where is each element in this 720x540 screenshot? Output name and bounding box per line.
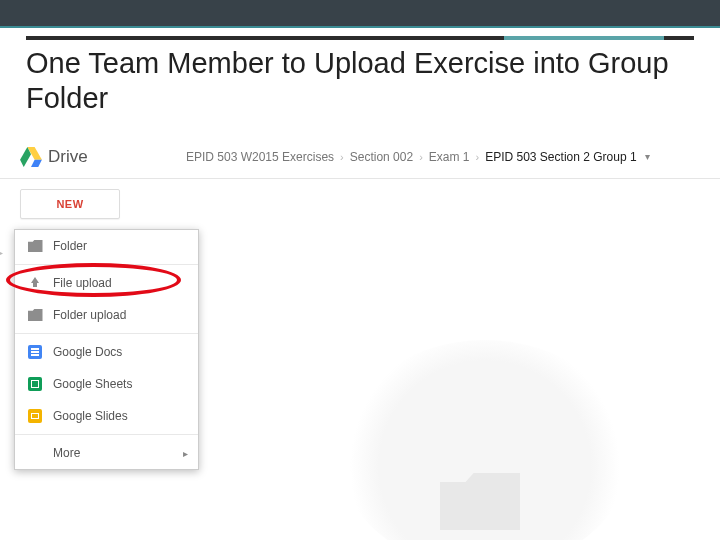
google-docs-icon [27, 344, 43, 360]
chevron-right-icon: › [340, 151, 344, 163]
drive-topbar: Drive EPID 503 W2015 Exercises › Section… [0, 135, 720, 179]
menu-item-file-upload[interactable]: File upload [15, 267, 198, 299]
file-upload-icon [27, 275, 43, 291]
menu-label: Folder upload [53, 308, 126, 322]
chevron-right-icon: › [476, 151, 480, 163]
svg-marker-1 [31, 159, 42, 166]
drive-sidebar: NEW ▸ Folder File upload Folder upload [0, 179, 178, 540]
google-sheets-icon [27, 376, 43, 392]
menu-label: Google Docs [53, 345, 122, 359]
menu-label: Folder [53, 239, 87, 253]
google-drive-screenshot: Drive EPID 503 W2015 Exercises › Section… [0, 135, 720, 540]
drive-logo[interactable]: Drive [0, 147, 178, 167]
empty-folder-illustration [340, 340, 630, 540]
breadcrumb-current[interactable]: EPID 503 Section 2 Group 1 [485, 150, 636, 164]
menu-label: Google Slides [53, 409, 128, 423]
chevron-right-icon: › [419, 151, 423, 163]
menu-separator [15, 434, 198, 435]
folder-plus-icon [27, 238, 43, 254]
chevron-right-icon: ▸ [183, 448, 188, 459]
new-menu-dropdown: Folder File upload Folder upload Google … [14, 229, 199, 470]
menu-label: File upload [53, 276, 112, 290]
menu-label: Google Sheets [53, 377, 132, 391]
menu-item-folder-upload[interactable]: Folder upload [15, 299, 198, 331]
breadcrumb-root[interactable]: EPID 503 W2015 Exercises [186, 150, 334, 164]
menu-item-google-slides[interactable]: Google Slides [15, 400, 198, 432]
blank-icon [27, 445, 43, 461]
breadcrumb-level1[interactable]: Section 002 [350, 150, 413, 164]
menu-separator [15, 264, 198, 265]
breadcrumb-level2[interactable]: Exam 1 [429, 150, 470, 164]
folder-upload-icon [27, 307, 43, 323]
menu-item-google-sheets[interactable]: Google Sheets [15, 368, 198, 400]
breadcrumb: EPID 503 W2015 Exercises › Section 002 ›… [178, 150, 650, 164]
menu-item-more[interactable]: More ▸ [15, 437, 198, 469]
slide-title-block: One Team Member to Upload Exercise into … [26, 36, 694, 116]
drive-body: NEW ▸ Folder File upload Folder upload [0, 179, 720, 540]
menu-label: More [53, 446, 80, 460]
menu-separator [15, 333, 198, 334]
panel-collapse-marker[interactable]: ▸ [0, 247, 3, 258]
google-slides-icon [27, 408, 43, 424]
title-accent-bar [504, 36, 664, 40]
slide-title: One Team Member to Upload Exercise into … [26, 46, 694, 116]
menu-item-new-folder[interactable]: Folder [15, 230, 198, 262]
drive-brand-label: Drive [48, 147, 88, 167]
new-button[interactable]: NEW [20, 189, 120, 219]
caret-down-icon[interactable]: ▾ [645, 151, 650, 162]
slide-header-bar [0, 0, 720, 28]
drive-icon [20, 147, 42, 167]
menu-item-google-docs[interactable]: Google Docs [15, 336, 198, 368]
